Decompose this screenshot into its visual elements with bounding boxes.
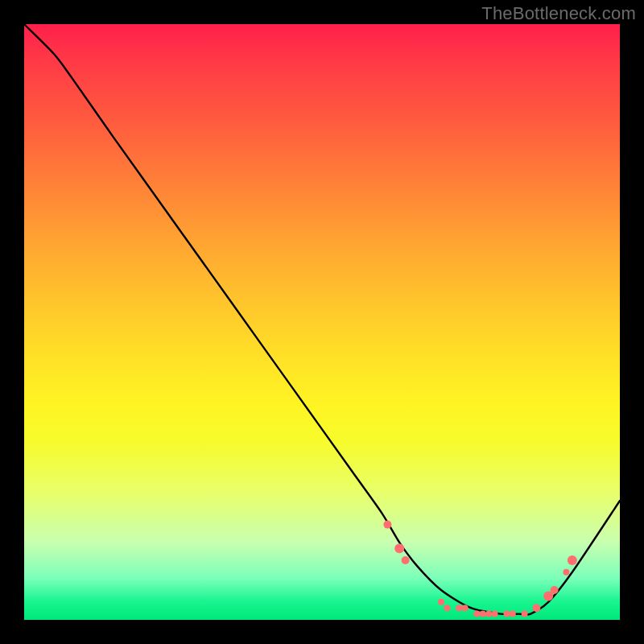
- chart-marker: [444, 605, 450, 611]
- chart-marker: [485, 611, 492, 617]
- chart-marker: [563, 569, 569, 576]
- watermark-text: TheBottleneck.com: [481, 3, 636, 24]
- chart-marker: [522, 611, 528, 617]
- chart-marker: [568, 555, 577, 565]
- chart-marker: [394, 543, 404, 553]
- chart-svg: [24, 24, 620, 620]
- chart-plot-area: [24, 24, 620, 620]
- chart-marker: [510, 611, 516, 617]
- chart-marker: [492, 611, 498, 617]
- chart-marker: [402, 556, 410, 564]
- chart-marker: [438, 599, 444, 605]
- chart-marker: [532, 604, 540, 612]
- chart-marker: [456, 605, 462, 611]
- chart-marker: [383, 521, 391, 529]
- chart-line: [24, 24, 620, 614]
- chart-marker: [551, 586, 559, 594]
- chart-marker: [462, 605, 469, 611]
- chart-marker: [480, 611, 486, 617]
- chart-marker: [503, 611, 510, 617]
- chart-marker: [473, 611, 480, 617]
- chart-frame: TheBottleneck.com: [0, 0, 644, 644]
